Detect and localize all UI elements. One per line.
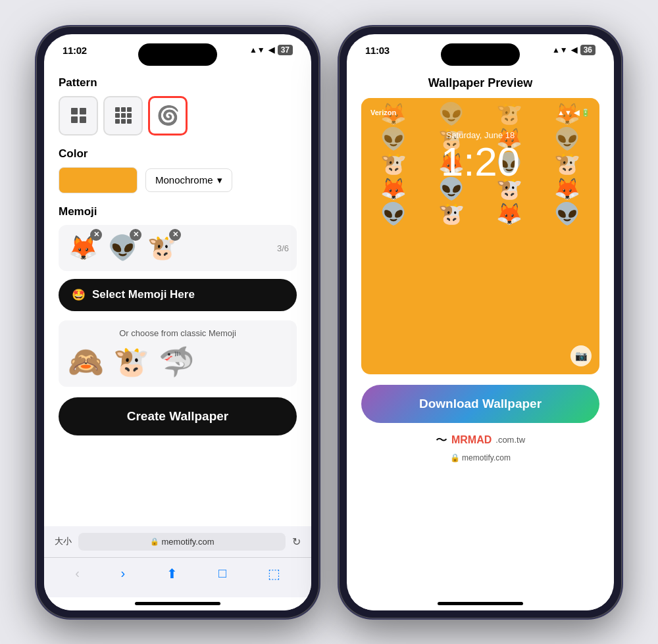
browser-url-bar: 大小 🔒 memotify.com ↻ <box>44 526 311 557</box>
left-status-icons: ▲▼ ◀ 37 <box>249 45 293 55</box>
browser-nav-bar: ‹ › ⬆ □ ⬚ <box>44 557 311 597</box>
forward-button[interactable]: › <box>115 563 130 583</box>
classic-emoji-shark[interactable]: 🦈 <box>159 345 195 379</box>
bookmarks-button[interactable]: □ <box>213 563 232 583</box>
url-bar[interactable]: 🔒 memotify.com <box>78 533 286 551</box>
dynamic-island-left <box>138 43 217 66</box>
share-button[interactable]: ⬆ <box>161 563 183 584</box>
wp-time: 1:20 <box>370 141 590 182</box>
wp-carrier: Verizon <box>370 109 396 117</box>
wallpaper-preview-title: Wallpaper Preview <box>361 76 599 90</box>
select-memoji-button[interactable]: 🤩 Select Memoji Here <box>59 279 297 311</box>
size-button[interactable]: 大小 <box>55 535 72 547</box>
left-screen-content: Pattern <box>44 70 311 526</box>
memoji-selected-row: 🦊 ✕ 👽 ✕ 🐮 ✕ 3/6 <box>59 225 297 271</box>
memoji-thumb-cow: 🐮 ✕ <box>145 232 178 264</box>
chevron-down-icon: ▾ <box>217 174 222 186</box>
wp-emoji-18: 🐮 <box>424 203 478 224</box>
pattern-option-grid2x2[interactable] <box>59 96 98 136</box>
select-memoji-icon: 🤩 <box>72 288 86 302</box>
memoji-thumb-alien: 👽 ✕ <box>106 232 139 264</box>
classic-label: Or choose from classic Memoji <box>68 328 288 338</box>
wp-status-icons: ▲▼ ◀ 🔋 <box>557 109 590 117</box>
color-dropdown[interactable]: Monochrome ▾ <box>145 168 232 192</box>
reload-button[interactable]: ↻ <box>292 535 301 548</box>
create-wallpaper-button[interactable]: Create Wallpaper <box>59 397 297 435</box>
right-signal-icon: ▲▼ <box>552 45 568 55</box>
remove-fox-button[interactable]: ✕ <box>90 229 102 241</box>
wp-status-bar: Verizon ▲▼ ◀ 🔋 <box>370 109 590 117</box>
mrmad-logo: MRMAD <box>451 434 492 446</box>
color-row: Monochrome ▾ <box>59 167 297 193</box>
lock-icon: 🔒 <box>150 537 159 546</box>
right-status-icons: ▲▼ ◀ 36 <box>552 45 595 55</box>
remove-cow-button[interactable]: ✕ <box>169 229 181 241</box>
url-text: memotify.com <box>162 537 215 547</box>
right-url-text: memotify.com <box>462 453 511 462</box>
color-label: Color <box>59 147 297 161</box>
dropdown-label: Monochrome <box>155 174 213 186</box>
right-phone: 11:03 ▲▼ ◀ 36 Wallpaper Preview 🦊 👽 <box>339 26 622 618</box>
home-indicator-right <box>347 597 614 610</box>
color-swatch[interactable] <box>59 167 138 193</box>
right-lock-icon: 🔒 <box>450 453 460 462</box>
color-section: Color Monochrome ▾ <box>59 147 297 193</box>
memoji-count: 3/6 <box>277 243 289 253</box>
download-wallpaper-button[interactable]: Download Wallpaper <box>361 385 599 423</box>
classic-memoji-section: Or choose from classic Memoji 🙈 🐮 🦈 <box>59 320 297 387</box>
mrmad-icon: 〜 <box>436 432 447 448</box>
wallpaper-preview: 🦊 👽 🐮 🦊 👽 🐮 🦊 👽 🐮 🦊 👽 🐮 🦊 👽 <box>361 98 599 374</box>
classic-emoji-row: 🙈 🐮 🦈 <box>68 345 288 379</box>
mrmad-domain: .com.tw <box>495 435 525 445</box>
pattern-section: Pattern <box>59 76 297 136</box>
right-wifi-icon: ◀ <box>571 45 577 55</box>
wp-emoji-17: 👽 <box>367 203 420 224</box>
memoji-thumb-fox: 🦊 ✕ <box>66 232 99 264</box>
grid3x3-icon <box>115 107 132 124</box>
site-footer: 〜 MRMAD .com.tw <box>361 432 599 448</box>
memoji-label: Memoji <box>59 205 297 218</box>
right-time: 11:03 <box>365 45 390 56</box>
grid2x2-icon <box>71 108 86 123</box>
home-bar-right <box>438 602 523 605</box>
right-phone-frame: 11:03 ▲▼ ◀ 36 Wallpaper Preview 🦊 👽 <box>339 26 622 618</box>
left-screen: 11:02 ▲▼ ◀ 37 Pattern <box>44 34 311 610</box>
right-screen: 11:03 ▲▼ ◀ 36 Wallpaper Preview 🦊 👽 <box>347 34 614 610</box>
home-indicator-left <box>44 597 311 610</box>
left-phone-frame: 11:02 ▲▼ ◀ 37 Pattern <box>36 26 319 618</box>
home-bar-left <box>135 602 220 605</box>
mrmad-text: MRMAD <box>451 434 492 445</box>
tabs-button[interactable]: ⬚ <box>263 563 286 584</box>
classic-emoji-monkey[interactable]: 🙈 <box>68 345 104 379</box>
signal-icon: ▲▼ <box>249 45 265 55</box>
camera-button[interactable]: 📷 <box>570 345 592 366</box>
spiral-icon: 🌀 <box>157 105 180 126</box>
right-url-bar: 🔒 memotify.com <box>361 453 599 462</box>
right-screen-content: Wallpaper Preview 🦊 👽 🐮 🦊 👽 🐮 🦊 👽 🐮 <box>347 70 614 597</box>
left-time: 11:02 <box>63 45 87 56</box>
remove-alien-button[interactable]: ✕ <box>130 229 141 241</box>
dynamic-island-right <box>441 43 520 66</box>
pattern-label: Pattern <box>59 76 297 89</box>
wallpaper-time-overlay: Verizon ▲▼ ◀ 🔋 Saturday, June 18 1:20 <box>361 98 599 182</box>
battery-badge-right: 36 <box>580 45 595 55</box>
pattern-option-spiral[interactable]: 🌀 <box>148 96 188 136</box>
pattern-option-grid3x3[interactable] <box>103 96 143 136</box>
wifi-icon: ◀ <box>268 45 274 55</box>
memoji-section: Memoji 🦊 ✕ 👽 ✕ 🐮 ✕ <box>59 205 297 387</box>
select-memoji-label: Select Memoji Here <box>92 288 195 301</box>
wp-emoji-19: 🦊 <box>482 203 536 224</box>
classic-emoji-cow[interactable]: 🐮 <box>113 345 149 379</box>
battery-badge-left: 37 <box>278 45 293 55</box>
pattern-options: 🌀 <box>59 96 297 136</box>
left-phone: 11:02 ▲▼ ◀ 37 Pattern <box>36 26 319 618</box>
wp-emoji-20: 👽 <box>540 203 594 224</box>
back-button[interactable]: ‹ <box>70 563 85 583</box>
